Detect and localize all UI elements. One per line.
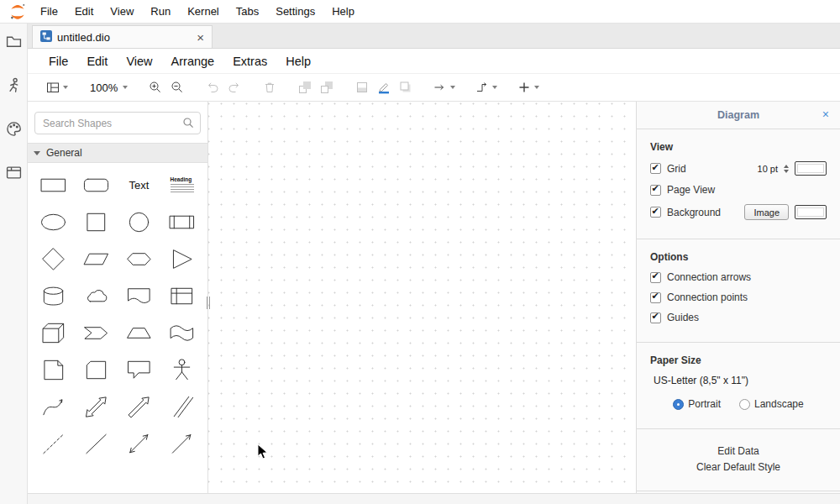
drawio-menu-file[interactable]: File [39,55,77,68]
shape-callout[interactable] [118,354,160,386]
shape-internal-storage[interactable] [160,281,203,312]
open-tabs-icon[interactable] [6,165,22,181]
shape-cylinder[interactable] [32,281,75,312]
jupyter-menu-tabs[interactable]: Tabs [228,0,267,23]
search-icon [182,117,194,132]
zoom-in-button[interactable] [144,76,166,98]
shape-dashed-line[interactable] [32,428,75,459]
shape-circle[interactable] [118,207,160,238]
shape-bidirectional-connector[interactable] [118,428,160,459]
grid-row: Grid 10 pt [650,161,827,176]
shape-line[interactable] [75,428,118,459]
fill-color-button[interactable] [351,76,373,98]
grid-checkbox[interactable] [650,163,661,174]
grid-size-value[interactable]: 10 pt [758,164,778,174]
shape-card[interactable] [75,354,118,386]
shape-cloud[interactable] [75,281,118,312]
shape-curve[interactable] [32,391,75,423]
shape-note[interactable] [32,354,75,386]
line-color-button[interactable] [373,76,395,98]
to-back-button[interactable] [316,76,338,98]
shape-step[interactable] [75,318,118,349]
jupyter-menu-file[interactable]: File [32,0,66,23]
running-sessions-icon[interactable] [6,77,22,93]
undo-button[interactable] [202,76,223,98]
shape-heading[interactable]: Heading [160,170,203,201]
sidebar-collapse-handle[interactable] [205,297,211,309]
shape-bidirectional-arrow[interactable] [75,391,118,423]
page-view-checkbox[interactable] [650,185,661,196]
shape-diamond[interactable] [32,244,75,275]
shape-actor[interactable] [160,354,203,386]
landscape-radio[interactable] [739,399,750,410]
jupyter-menu-settings[interactable]: Settings [267,0,323,23]
jupyter-menu-run[interactable]: Run [142,0,179,23]
file-browser-icon[interactable] [6,34,22,50]
portrait-label: Portrait [688,398,721,410]
guides-checkbox[interactable] [650,312,661,323]
to-front-button[interactable] [294,76,316,98]
grid-color-swatch[interactable] [795,161,827,176]
background-color-swatch[interactable] [795,205,827,219]
drawio-menu-extras[interactable]: Extras [223,55,276,68]
shape-rounded-rectangle[interactable] [75,170,118,201]
shape-cube[interactable] [32,318,75,349]
jupyter-menu-view[interactable]: View [102,0,142,23]
chevron-down-icon [492,86,497,89]
format-tab-diagram[interactable]: Diagram [717,109,759,121]
paper-size-section: Paper Size US-Letter (8,5" x 11") Portra… [637,343,840,429]
shape-arrow[interactable] [118,391,160,423]
option-label: Connection points [667,291,748,303]
shape-link[interactable] [160,391,203,423]
grid-size-stepper[interactable] [784,165,789,173]
chevron-down-icon [63,86,68,89]
shape-rectangle[interactable] [32,170,75,201]
search-shapes-input[interactable] [34,112,201,134]
tab-untitled-dio[interactable]: untitled.dio × [32,25,213,48]
format-close-icon[interactable]: × [822,108,829,120]
paper-size-select[interactable]: US-Letter (8,5" x 11") [654,375,827,386]
redo-button[interactable] [223,76,245,98]
shape-document[interactable] [118,281,160,312]
shape-directional-connector[interactable] [160,428,203,459]
connection-arrows-checkbox[interactable] [650,272,661,283]
option-label: Connection arrows [667,271,751,283]
shape-text[interactable]: Text [118,170,160,201]
shape-square[interactable] [75,207,118,238]
shape-hexagon[interactable] [118,244,160,275]
shape-triangle[interactable] [160,244,203,275]
insert-dropdown[interactable] [514,76,543,98]
shadow-button[interactable] [395,76,417,98]
palette-icon[interactable] [6,121,22,137]
drawio-menu-edit[interactable]: Edit [77,55,117,68]
jupyter-menu-edit[interactable]: Edit [66,0,102,23]
drawio-menu-arrange[interactable]: Arrange [162,55,224,68]
background-row: Background Image [650,204,827,220]
connection-style-dropdown[interactable] [430,76,459,98]
tab-close-icon[interactable]: × [197,31,204,44]
jupyter-menu-help[interactable]: Help [323,0,363,23]
jupyter-menu-kernel[interactable]: Kernel [179,0,228,23]
shape-process[interactable] [160,207,203,238]
background-checkbox[interactable] [650,207,661,218]
chevron-down-icon [123,86,128,89]
view-panels-button[interactable] [43,76,71,98]
drawio-menu-view[interactable]: View [117,55,161,68]
portrait-radio[interactable] [673,399,684,410]
shapes-section-general[interactable]: General [28,143,207,163]
diagram-canvas[interactable] [208,102,636,493]
options-heading: Options [650,251,827,263]
connection-points-checkbox[interactable] [650,292,661,303]
waypoint-style-dropdown[interactable] [472,76,501,98]
drawio-menu-help[interactable]: Help [276,55,320,68]
shape-trapezoid[interactable] [118,318,160,349]
shape-ellipse[interactable] [32,207,75,238]
edit-data-action[interactable]: Edit Data [650,445,827,457]
clear-default-style-action[interactable]: Clear Default Style [650,461,827,473]
shape-tape[interactable] [160,318,203,349]
zoom-out-button[interactable] [166,76,188,98]
zoom-level-dropdown[interactable]: 100% [85,76,131,98]
delete-button[interactable] [259,76,281,98]
shape-parallelogram[interactable] [75,244,118,275]
background-image-button[interactable]: Image [744,204,789,220]
